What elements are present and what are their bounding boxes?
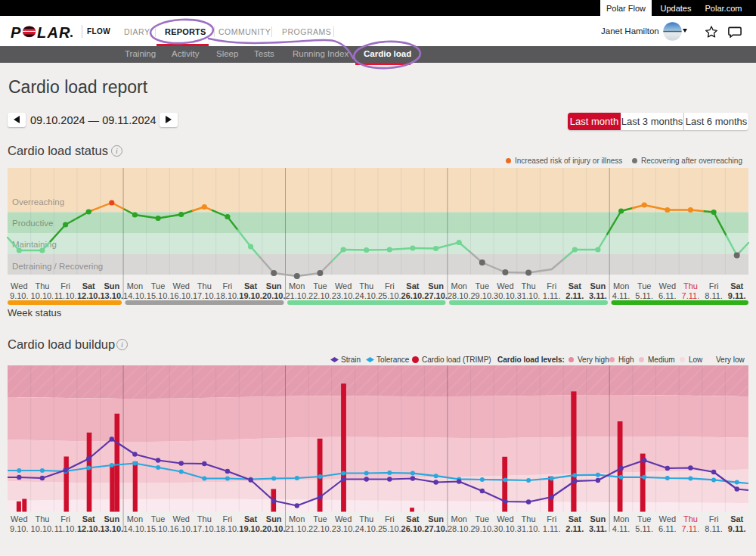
svg-text:9.11.: 9.11.: [728, 291, 746, 300]
svg-text:Wed: Wed: [172, 281, 189, 290]
svg-text:7.11.: 7.11.: [682, 291, 700, 300]
svg-text:30.10.: 30.10.: [494, 291, 517, 300]
svg-text:Tue: Tue: [313, 514, 327, 523]
svg-text:25.10.: 25.10.: [378, 524, 401, 533]
svg-text:Sun: Sun: [590, 281, 606, 290]
svg-text:Thu: Thu: [522, 514, 536, 523]
svg-text:Thu: Thu: [35, 281, 49, 290]
svg-text:31.10.: 31.10.: [517, 524, 541, 533]
svg-text:Wed: Wed: [335, 281, 352, 290]
svg-text:Sat: Sat: [244, 281, 257, 290]
svg-text:20.10.: 20.10.: [262, 524, 286, 533]
svg-text:8.11.: 8.11.: [705, 524, 723, 533]
svg-text:13.10.: 13.10.: [101, 291, 124, 300]
svg-text:Fri: Fri: [222, 281, 232, 290]
svg-text:11.10.: 11.10.: [54, 291, 77, 300]
svg-text:Fri: Fri: [709, 514, 719, 523]
svg-text:Wed: Wed: [11, 281, 27, 290]
svg-text:Thu: Thu: [359, 514, 373, 523]
svg-text:21.10.: 21.10.: [286, 524, 309, 533]
svg-text:Fri: Fri: [60, 281, 70, 290]
svg-text:Tue: Tue: [637, 514, 652, 523]
svg-text:14.10.: 14.10.: [123, 291, 147, 300]
svg-text:Sat: Sat: [82, 514, 95, 523]
svg-text:21.10.: 21.10.: [286, 291, 309, 300]
svg-text:23.10.: 23.10.: [332, 291, 355, 300]
svg-text:Sat: Sat: [730, 281, 743, 290]
svg-text:Thu: Thu: [197, 281, 212, 290]
svg-text:20.10.: 20.10.: [262, 291, 286, 300]
svg-text:26.10.: 26.10.: [401, 524, 425, 533]
svg-text:Sun: Sun: [104, 281, 119, 290]
svg-text:3.11.: 3.11.: [589, 291, 607, 300]
svg-text:Mon: Mon: [613, 281, 629, 290]
svg-text:Fri: Fri: [222, 514, 232, 523]
svg-text:19.10.: 19.10.: [239, 524, 262, 533]
svg-text:28.10.: 28.10.: [448, 291, 471, 300]
svg-text:Thu: Thu: [197, 514, 212, 523]
svg-text:Week status: Week status: [8, 307, 62, 318]
svg-text:15.10.: 15.10.: [147, 291, 170, 300]
svg-text:Thu: Thu: [522, 281, 536, 290]
svg-text:10.10.: 10.10.: [31, 291, 54, 300]
svg-text:6.11.: 6.11.: [658, 291, 677, 300]
svg-text:Mon: Mon: [289, 281, 305, 290]
svg-text:14.10.: 14.10.: [123, 524, 147, 533]
svg-text:6.11.: 6.11.: [658, 524, 677, 533]
svg-text:Thu: Thu: [683, 514, 698, 523]
svg-text:Sat: Sat: [569, 514, 581, 523]
svg-text:28.10.: 28.10.: [448, 524, 471, 533]
svg-text:Fri: Fri: [547, 514, 556, 523]
svg-text:Overreaching: Overreaching: [12, 197, 64, 207]
svg-text:13.10.: 13.10.: [101, 524, 124, 533]
svg-text:Thu: Thu: [35, 514, 49, 523]
svg-text:7.11.: 7.11.: [682, 524, 700, 533]
svg-text:Wed: Wed: [497, 281, 513, 290]
svg-text:22.10.: 22.10.: [308, 291, 332, 300]
svg-text:Tue: Tue: [151, 281, 166, 290]
svg-text:Sat: Sat: [244, 514, 257, 523]
svg-text:5.11.: 5.11.: [635, 524, 653, 533]
svg-text:Tue: Tue: [476, 514, 490, 523]
svg-text:Wed: Wed: [659, 514, 676, 523]
svg-text:24.10.: 24.10.: [355, 524, 378, 533]
svg-text:Fri: Fri: [60, 514, 70, 523]
svg-text:1.11.: 1.11.: [543, 524, 561, 533]
svg-text:Thu: Thu: [683, 281, 698, 290]
svg-text:Wed: Wed: [335, 514, 352, 523]
svg-text:Sat: Sat: [406, 514, 419, 523]
svg-text:9.10.: 9.10.: [10, 291, 28, 300]
svg-text:4.11.: 4.11.: [612, 524, 631, 533]
svg-text:11.10.: 11.10.: [54, 524, 77, 533]
svg-text:30.10.: 30.10.: [494, 524, 517, 533]
svg-text:29.10.: 29.10.: [471, 291, 494, 300]
svg-text:Mon: Mon: [451, 281, 466, 290]
svg-text:Tue: Tue: [476, 281, 490, 290]
svg-text:Sun: Sun: [266, 281, 282, 290]
svg-text:19.10.: 19.10.: [239, 291, 262, 300]
svg-text:Sat: Sat: [406, 281, 419, 290]
svg-text:Mon: Mon: [613, 514, 629, 523]
svg-text:Fri: Fri: [709, 281, 719, 290]
svg-text:Wed: Wed: [659, 281, 676, 290]
svg-text:31.10.: 31.10.: [517, 291, 541, 300]
svg-text:Sun: Sun: [428, 514, 444, 523]
svg-text:29.10.: 29.10.: [471, 524, 494, 533]
svg-text:4.11.: 4.11.: [612, 291, 631, 300]
svg-text:27.10.: 27.10.: [424, 291, 448, 300]
svg-text:Fri: Fri: [547, 281, 556, 290]
svg-text:Sat: Sat: [82, 281, 95, 290]
svg-text:15.10.: 15.10.: [147, 524, 170, 533]
svg-text:3.11.: 3.11.: [589, 524, 607, 533]
svg-text:12.10.: 12.10.: [77, 524, 101, 533]
svg-text:Sun: Sun: [428, 281, 444, 290]
svg-text:24.10.: 24.10.: [355, 291, 378, 300]
svg-text:Mon: Mon: [127, 514, 143, 523]
svg-text:23.10.: 23.10.: [332, 524, 355, 533]
svg-text:Sun: Sun: [266, 514, 282, 523]
svg-text:Wed: Wed: [497, 514, 513, 523]
svg-text:Tue: Tue: [313, 281, 327, 290]
svg-text:Sun: Sun: [104, 514, 119, 523]
svg-text:Mon: Mon: [289, 514, 305, 523]
svg-text:Sun: Sun: [590, 514, 606, 523]
